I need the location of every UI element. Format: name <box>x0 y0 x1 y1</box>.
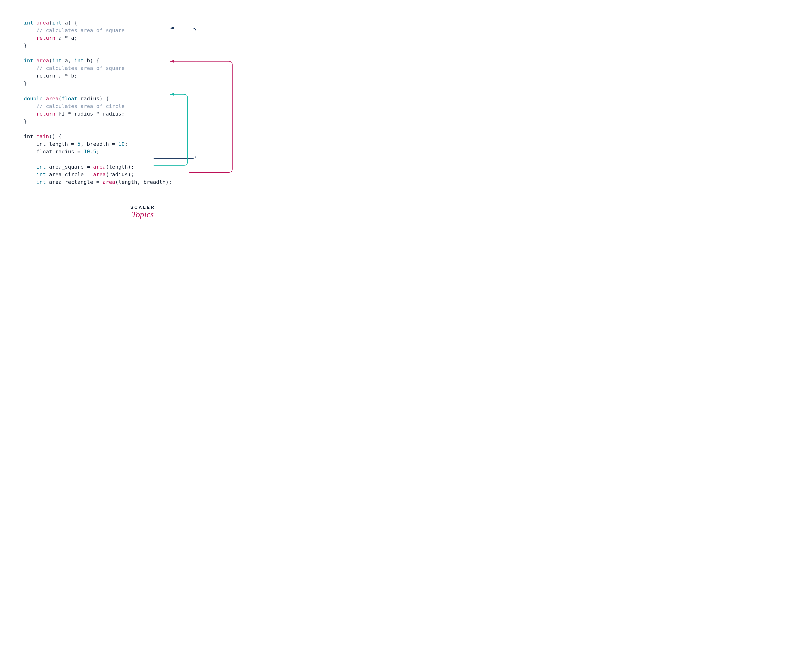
fn2-return-kw: return <box>36 73 55 79</box>
fn1-param-type: int <box>52 20 62 26</box>
fn1-param-name: a <box>65 20 68 26</box>
main-call2-type: int <box>36 171 46 178</box>
main-call1-type: int <box>36 164 46 170</box>
main-type: int <box>24 133 33 139</box>
footer-logo: SCALER Topics <box>10 205 276 220</box>
code-block: int area(int a) { // calculates area of … <box>24 19 262 186</box>
main-call3-fn: area <box>102 179 115 185</box>
main-decl1-type: int <box>36 141 46 147</box>
fn3-name: area <box>46 96 59 102</box>
fn3-comment: // calculates area of circle <box>36 103 125 109</box>
fn1-type: int <box>24 20 33 26</box>
fn3-param-type: float <box>62 96 77 102</box>
brand-text: SCALER <box>10 205 276 210</box>
main-decl2-type: float <box>36 149 52 154</box>
fn2-comment: // calculates area of square <box>36 65 125 71</box>
fn2-param1-type: int <box>52 57 62 64</box>
brand-sub: Topics <box>10 209 276 220</box>
fn2-param2-type: int <box>74 57 84 64</box>
fn2-type: int <box>24 57 33 64</box>
code-diagram: int area(int a) { // calculates area of … <box>10 10 276 196</box>
main-call2-fn: area <box>93 171 106 178</box>
main-call3-type: int <box>36 179 46 185</box>
fn2-name: area <box>36 57 49 64</box>
main-name: main <box>36 133 49 139</box>
main-call1-fn: area <box>93 164 106 170</box>
fn1-return-kw: return <box>36 35 55 41</box>
fn3-return-kw: return <box>36 111 55 117</box>
fn3-type: double <box>24 96 43 102</box>
fn1-name: area <box>36 20 49 26</box>
fn1-comment: // calculates area of square <box>36 27 125 33</box>
